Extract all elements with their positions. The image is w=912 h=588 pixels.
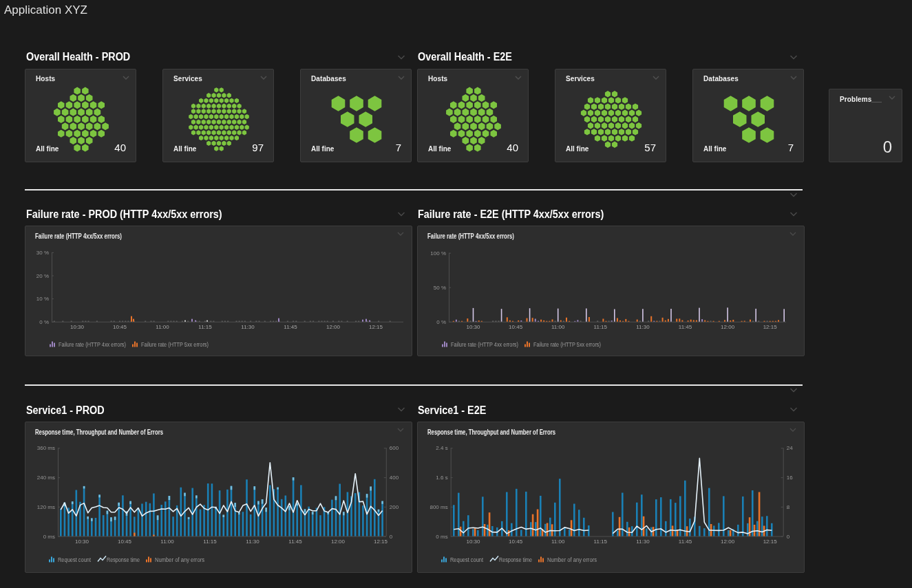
svg-text:11:30: 11:30 — [636, 538, 650, 545]
svg-text:11:45: 11:45 — [679, 324, 692, 330]
svg-text:Number of any errors: Number of any errors — [155, 556, 204, 563]
svg-text:11:00: 11:00 — [551, 538, 565, 545]
svg-text:Response time, Throughput and: Response time, Throughput and Number of … — [427, 428, 555, 436]
svg-text:11:00: 11:00 — [551, 324, 565, 330]
svg-text:360 ms: 360 ms — [37, 445, 55, 451]
svg-text:11:30: 11:30 — [246, 538, 259, 545]
svg-text:12:15: 12:15 — [763, 538, 778, 545]
svg-text:12:00: 12:00 — [721, 538, 735, 545]
svg-text:8: 8 — [787, 504, 790, 510]
svg-text:10:30: 10:30 — [75, 538, 89, 545]
svg-text:11:00: 11:00 — [160, 538, 174, 545]
svg-text:12:00: 12:00 — [326, 324, 341, 330]
svg-text:12:00: 12:00 — [721, 324, 735, 330]
svg-text:240 ms: 240 ms — [37, 475, 55, 481]
svg-text:11:15: 11:15 — [198, 324, 212, 330]
svg-text:0: 0 — [390, 534, 393, 540]
svg-text:20 %: 20 % — [36, 273, 49, 279]
svg-text:Failure rate (HTTP 5xx errors): Failure rate (HTTP 5xx errors) — [141, 341, 209, 348]
svg-text:100 %: 100 % — [430, 250, 446, 257]
svg-text:10:45: 10:45 — [113, 324, 127, 330]
svg-text:800 ms: 800 ms — [430, 504, 447, 510]
svg-text:10:30: 10:30 — [466, 324, 480, 330]
svg-text:0 ms: 0 ms — [436, 534, 447, 540]
svg-text:11:15: 11:15 — [203, 538, 217, 545]
svg-text:12:00: 12:00 — [331, 538, 346, 545]
svg-text:12:15: 12:15 — [374, 538, 388, 545]
svg-text:24: 24 — [787, 445, 793, 451]
svg-text:10:30: 10:30 — [70, 324, 85, 330]
svg-text:10 %: 10 % — [36, 296, 49, 302]
svg-text:11:00: 11:00 — [156, 324, 169, 330]
svg-text:400: 400 — [390, 475, 399, 481]
svg-text:11:45: 11:45 — [679, 538, 692, 545]
svg-text:10:45: 10:45 — [509, 538, 523, 545]
svg-text:Request count: Request count — [58, 556, 92, 563]
svg-text:11:30: 11:30 — [636, 324, 650, 330]
svg-text:16: 16 — [787, 475, 793, 481]
svg-text:10:45: 10:45 — [509, 324, 523, 330]
svg-text:50 %: 50 % — [434, 285, 446, 291]
svg-text:Failure rate (HTTP 4xx/5xx err: Failure rate (HTTP 4xx/5xx errors) — [35, 232, 122, 240]
svg-text:Failure rate (HTTP 4xx/5xx err: Failure rate (HTTP 4xx/5xx errors) — [427, 232, 514, 240]
svg-text:Failure rate (HTTP 4xx errors): Failure rate (HTTP 4xx errors) — [59, 341, 126, 348]
svg-text:0: 0 — [787, 534, 790, 540]
svg-text:11:30: 11:30 — [241, 324, 255, 330]
svg-text:12:15: 12:15 — [763, 324, 778, 330]
svg-text:11:45: 11:45 — [284, 324, 297, 330]
svg-text:120 ms: 120 ms — [37, 504, 55, 510]
svg-text:1.6 s: 1.6 s — [436, 475, 447, 481]
svg-text:Failure rate (HTTP 5xx errors): Failure rate (HTTP 5xx errors) — [533, 341, 601, 348]
svg-text:10:45: 10:45 — [118, 538, 132, 545]
svg-text:0 %: 0 % — [436, 319, 446, 325]
svg-text:Response time: Response time — [499, 556, 532, 563]
svg-text:0 %: 0 % — [39, 319, 49, 325]
svg-text:600: 600 — [390, 445, 399, 451]
svg-text:11:15: 11:15 — [594, 538, 608, 545]
svg-text:0 ms: 0 ms — [43, 534, 55, 540]
svg-text:12:15: 12:15 — [369, 324, 383, 330]
svg-text:200: 200 — [390, 504, 399, 510]
svg-text:Failure rate (HTTP 4xx errors): Failure rate (HTTP 4xx errors) — [451, 341, 518, 348]
svg-text:2.4 s: 2.4 s — [436, 445, 447, 451]
svg-text:30 %: 30 % — [36, 250, 49, 256]
svg-text:10:30: 10:30 — [466, 538, 480, 545]
svg-text:11:15: 11:15 — [594, 324, 608, 330]
svg-text:Number of any errors: Number of any errors — [547, 556, 597, 563]
svg-text:11:45: 11:45 — [288, 538, 302, 545]
svg-text:Response time, Throughput and: Response time, Throughput and Number of … — [35, 428, 163, 436]
svg-text:Response time: Response time — [107, 556, 140, 563]
svg-text:Request count: Request count — [450, 556, 484, 563]
